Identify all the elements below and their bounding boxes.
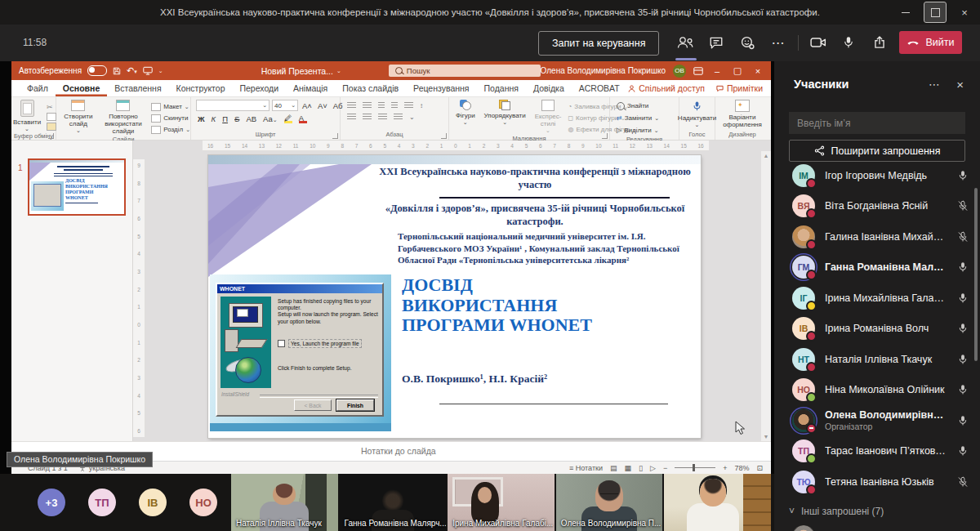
slide-editor[interactable]: XXI Всеукраїнська науково-практична конф… — [208, 155, 701, 438]
video-tile[interactable]: Ірина Михайлівна Галабі... — [448, 474, 555, 531]
mic-on-icon[interactable] — [957, 415, 969, 426]
char-spacing-button[interactable]: АВ — [244, 114, 258, 123]
view-slideshow-icon[interactable]: ▷ — [650, 464, 656, 472]
grow-font-button[interactable]: А˄ — [301, 101, 314, 110]
section-button[interactable]: Розділ⌄ — [151, 124, 190, 135]
clipboard-dialog-launcher[interactable] — [48, 133, 54, 139]
zoom-in-button[interactable]: + — [723, 464, 727, 472]
mic-muted-icon[interactable] — [957, 476, 969, 488]
participant-row[interactable]: ТПТарас Іванович П’ятковський — [774, 436, 980, 467]
share-invite-button[interactable]: Поширити запрошення — [789, 140, 965, 162]
panel-scrollbar[interactable] — [974, 188, 978, 361]
fit-slide-icon[interactable]: ⊡ — [756, 464, 763, 472]
font-size-combo[interactable]: 40⌄ — [272, 100, 298, 111]
participant-row[interactable]: ІГІрина Михайлівна Галабіцька — [774, 283, 980, 314]
justify-icon[interactable] — [394, 114, 403, 121]
numbering-icon[interactable] — [363, 102, 372, 109]
cut-icon[interactable]: ✂ — [47, 103, 56, 111]
format-painter-icon[interactable] — [47, 123, 56, 131]
view-reading-icon[interactable]: ▯ — [639, 464, 643, 472]
video-tile[interactable]: Ганна Романівна Малярч... — [340, 474, 447, 531]
video-tile[interactable]: Олена Володимирівна П... — [556, 474, 663, 531]
participant-row[interactable]: Олена Володимирівна Пок…Організатор — [774, 405, 980, 436]
mic-on-icon[interactable] — [957, 292, 969, 304]
participant-row[interactable]: ІВІрина Романівна Волч — [774, 314, 980, 345]
finish-button[interactable]: Finish — [336, 399, 374, 411]
close-button[interactable]: × — [954, 2, 975, 22]
drawing-dialog-launcher[interactable] — [602, 133, 608, 139]
participants-button[interactable] — [671, 29, 699, 56]
document-title[interactable]: Новий Презента...⌄ — [261, 66, 341, 76]
account-avatar[interactable]: ОВ — [673, 65, 686, 78]
tab-Показ слайдів[interactable]: Показ слайдів — [335, 80, 406, 96]
maximize-button[interactable] — [924, 2, 946, 22]
copy-icon[interactable] — [47, 113, 56, 121]
mic-muted-icon[interactable] — [957, 200, 969, 212]
notes-toggle[interactable]: ≡ Нотатки — [569, 464, 603, 472]
select-button[interactable]: ▷Виділити⌄ — [617, 125, 659, 136]
participant-row[interactable]: НТНаталія Іллівна Ткачук — [774, 344, 980, 375]
ppt-restore-icon[interactable]: ▢ — [731, 65, 744, 76]
undo-icon[interactable]: ↶▾ — [127, 65, 137, 76]
participant-row[interactable]: ТЮТетяна Іванівна Юзьків — [774, 466, 980, 498]
text-direction-icon[interactable]: ↕ — [420, 102, 423, 109]
view-sorter-icon[interactable]: ▦ — [625, 464, 632, 472]
leave-button[interactable]: Вийти — [899, 31, 962, 54]
tab-Довідка[interactable]: Довідка — [526, 80, 572, 96]
chat-button[interactable] — [702, 29, 730, 56]
increase-indent-icon[interactable] — [391, 102, 398, 109]
request-control-button[interactable]: Запит на керування — [538, 31, 659, 56]
save-icon[interactable] — [113, 67, 121, 75]
layout-button[interactable]: Макет⌄ — [151, 101, 190, 112]
align-right-icon[interactable] — [378, 114, 387, 121]
video-tile[interactable]: Наталія Іллівна Ткачук — [231, 474, 338, 531]
participant-row[interactable]: ГМГанна Романівна Малярчук — [774, 252, 980, 283]
tab-Подання[interactable]: Подання — [477, 80, 526, 96]
participant-row[interactable]: Сергій Іванович Климнюк — [774, 522, 980, 531]
installer-checkbox-row[interactable]: Yes, Launch the program file — [278, 339, 362, 348]
share-document-button[interactable]: Спільний доступ — [628, 83, 705, 93]
participant-row[interactable]: НОНіна Миколаївна Олійник — [774, 375, 980, 406]
account-name[interactable]: Олена Володимирівна Покришко — [541, 66, 666, 75]
mic-on-icon[interactable] — [957, 354, 969, 365]
more-actions-button[interactable]: ⋯ — [764, 29, 792, 56]
present-icon[interactable] — [143, 66, 153, 75]
strip-avatar-ТП[interactable]: ТП — [88, 489, 116, 516]
comments-button[interactable]: Примітки — [716, 83, 763, 93]
bold-button[interactable]: Ж — [196, 114, 207, 123]
underline-button[interactable]: П — [220, 114, 229, 123]
highlight-button[interactable]: 🖉 — [283, 114, 294, 123]
tab-Рецензування[interactable]: Рецензування — [406, 80, 476, 96]
tab-Основне[interactable]: Основне — [56, 80, 107, 96]
strikethrough-button[interactable]: S — [233, 114, 241, 123]
italic-button[interactable]: К — [210, 114, 218, 123]
change-case-button[interactable]: Аа⌄ — [261, 114, 279, 123]
reactions-button[interactable] — [733, 29, 761, 56]
arrange-button[interactable]: Упорядкувати⌄ — [482, 100, 528, 126]
shapes-button[interactable]: Фігури⌄ — [453, 100, 478, 126]
ppt-minimize-icon[interactable]: – — [710, 66, 724, 76]
overflow-avatar[interactable]: +3 — [38, 489, 65, 516]
mic-on-icon[interactable] — [957, 170, 969, 181]
mic-on-icon[interactable] — [957, 323, 969, 334]
checkbox[interactable] — [278, 340, 285, 347]
strip-avatar-ІВ[interactable]: ІВ — [139, 489, 167, 516]
participants-more-button[interactable]: ⋯ — [929, 78, 941, 91]
align-center-icon[interactable] — [363, 114, 372, 121]
reset-button[interactable]: Скинути — [151, 113, 190, 123]
share-button[interactable] — [866, 29, 893, 56]
mic-on-icon[interactable] — [957, 384, 969, 395]
camera-button[interactable] — [804, 29, 832, 56]
autosave-toggle[interactable] — [87, 65, 107, 76]
zoom-slider[interactable] — [675, 467, 715, 468]
mic-on-icon[interactable] — [957, 445, 969, 457]
font-color-button[interactable]: А — [297, 114, 309, 123]
tab-Переходи[interactable]: Переходи — [232, 80, 286, 96]
slide-canvas[interactable]: 1615141312111098765432101234567891011121… — [145, 141, 771, 441]
bullets-icon[interactable] — [347, 102, 356, 109]
columns-icon[interactable]: ⌄ — [409, 114, 415, 121]
quick-styles-button[interactable]: Експрес-стилі⌄ — [532, 100, 564, 134]
mic-button[interactable] — [835, 29, 862, 56]
mic-muted-icon[interactable] — [957, 231, 969, 243]
replace-button[interactable]: ⇄Замінити⌄ — [617, 113, 659, 123]
